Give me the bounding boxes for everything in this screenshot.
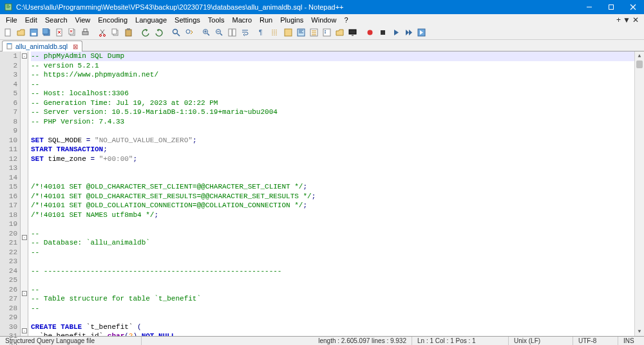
- menu-tools[interactable]: Tools: [205, 15, 228, 24]
- code-line[interactable]: /*!40101 SET @OLD_COLLATION_CONNECTION=@…: [31, 201, 634, 210]
- code-line[interactable]: CREATE TABLE `t_benefit` (: [31, 322, 634, 332]
- doc-list-icon[interactable]: [308, 27, 319, 38]
- fold-marker[interactable]: -: [22, 235, 27, 240]
- play-multi-icon[interactable]: [403, 27, 414, 38]
- zoom-out-icon[interactable]: [214, 27, 225, 38]
- close-all-icon[interactable]: [67, 27, 78, 38]
- code-line[interactable]: -- Database: `allu_animaldb`: [31, 238, 634, 248]
- monitor-icon[interactable]: [347, 27, 358, 38]
- menu-plugins[interactable]: Plugins: [277, 15, 307, 24]
- toolbar-down-icon[interactable]: ▼: [623, 15, 630, 24]
- scroll-thumb[interactable]: [636, 61, 643, 68]
- code-line[interactable]: -- -------------------------------------…: [31, 266, 634, 276]
- indent-guide-icon[interactable]: [270, 27, 281, 38]
- fold-marker[interactable]: -: [22, 53, 27, 59]
- replace-icon[interactable]: [184, 27, 194, 38]
- svg-rect-41: [7, 43, 12, 44]
- wrap-icon[interactable]: [240, 27, 251, 38]
- menu-view[interactable]: View: [72, 15, 94, 24]
- code-line[interactable]: [31, 257, 634, 266]
- vertical-scrollbar[interactable]: ▲ ▼: [634, 51, 644, 336]
- minimize-button[interactable]: [578, 0, 600, 14]
- save-macro-icon[interactable]: [416, 27, 427, 38]
- menu-file[interactable]: File: [3, 15, 21, 24]
- fold-margin[interactable]: ------: [21, 51, 28, 336]
- code-line[interactable]: --: [31, 80, 634, 89]
- code-line[interactable]: [31, 163, 634, 173]
- menu-search[interactable]: Search: [42, 15, 71, 24]
- toolbar-plus-icon[interactable]: +: [616, 15, 621, 24]
- svg-text:¶: ¶: [259, 29, 262, 36]
- code-line[interactable]: [31, 173, 634, 183]
- sync-scroll-icon[interactable]: [227, 27, 238, 38]
- lang-icon[interactable]: [283, 27, 294, 38]
- show-chars-icon[interactable]: ¶: [257, 27, 268, 38]
- code-line[interactable]: --: [31, 229, 634, 239]
- zoom-in-icon[interactable]: [201, 27, 212, 38]
- paste-icon[interactable]: [123, 27, 134, 38]
- code-line[interactable]: /*!40101 SET @OLD_CHARACTER_SET_RESULTS=…: [31, 192, 634, 201]
- undo-icon[interactable]: [140, 27, 151, 38]
- code-line[interactable]: -- Table structure for table `t_benefit`: [31, 294, 634, 304]
- maximize-button[interactable]: [600, 0, 622, 14]
- record-icon[interactable]: [365, 27, 375, 38]
- menu-window[interactable]: Window: [308, 15, 339, 24]
- toolbar-x-icon[interactable]: ✕: [632, 15, 639, 24]
- find-icon[interactable]: [171, 27, 182, 38]
- menu-encoding[interactable]: Encoding: [95, 15, 131, 24]
- menu-settings[interactable]: Settings: [171, 15, 204, 24]
- code-line[interactable]: -- version 5.2.1: [31, 61, 634, 71]
- menu-run[interactable]: Run: [256, 15, 276, 24]
- code-line[interactable]: /*!40101 SET NAMES utf8mb4 */;: [31, 210, 634, 220]
- code-line[interactable]: -- Generation Time: Jul 19, 2023 at 02:2…: [31, 98, 634, 108]
- menu-macro[interactable]: Macro: [229, 15, 255, 24]
- code-line[interactable]: `be_benefit_id` char(2) NOT NULL,: [31, 331, 634, 336]
- editor[interactable]: 1234567891011121314151617181920212223242…: [0, 51, 644, 336]
- cut-icon[interactable]: [97, 27, 108, 38]
- redo-icon[interactable]: [153, 27, 164, 38]
- save-all-icon[interactable]: [41, 27, 52, 38]
- code-line[interactable]: --: [31, 285, 634, 295]
- func-list-icon[interactable]: [321, 27, 332, 38]
- code-line[interactable]: /*!40101 SET @OLD_CHARACTER_SET_CLIENT=@…: [31, 182, 634, 192]
- code-line[interactable]: SET SQL_MODE = "NO_AUTO_VALUE_ON_ZERO";: [31, 136, 634, 145]
- code-line[interactable]: START TRANSACTION;: [31, 145, 634, 154]
- code-area[interactable]: -- phpMyAdmin SQL Dump-- version 5.2.1--…: [28, 51, 634, 336]
- code-line[interactable]: SET time_zone = "+00:00";: [31, 154, 634, 164]
- code-line[interactable]: -- Host: localhost:3306: [31, 89, 634, 98]
- doc-map-icon[interactable]: [296, 27, 307, 38]
- fold-marker[interactable]: -: [22, 291, 27, 296]
- code-line[interactable]: -- https://www.phpmyadmin.net/: [31, 70, 634, 80]
- code-line[interactable]: -- PHP Version: 7.4.33: [31, 117, 634, 127]
- play-icon[interactable]: [390, 27, 401, 38]
- status-eol[interactable]: Unix (LF): [509, 337, 573, 345]
- open-file-icon[interactable]: [15, 27, 26, 38]
- menu-edit[interactable]: Edit: [22, 15, 41, 24]
- status-encoding[interactable]: UTF-8: [573, 337, 618, 345]
- save-icon[interactable]: [28, 27, 39, 38]
- code-line[interactable]: [31, 219, 634, 229]
- status-insert-mode[interactable]: INS: [618, 337, 644, 345]
- stop-icon[interactable]: [377, 27, 388, 38]
- folder-icon[interactable]: [334, 27, 345, 38]
- tab-close-icon[interactable]: ⊠: [73, 43, 78, 50]
- menu-help[interactable]: ?: [341, 15, 351, 24]
- code-line[interactable]: [31, 126, 634, 136]
- tab-active[interactable]: allu_animaldb.sql ⊠: [2, 41, 82, 51]
- code-line[interactable]: [31, 313, 634, 322]
- print-icon[interactable]: [80, 27, 91, 38]
- menu-language[interactable]: Language: [132, 15, 170, 24]
- copy-icon[interactable]: [110, 27, 121, 38]
- scroll-down-icon[interactable]: ▼: [635, 327, 644, 336]
- code-line[interactable]: -- Server version: 10.5.19-MariaDB-1:10.…: [31, 107, 634, 117]
- svg-rect-2: [609, 5, 614, 10]
- code-line[interactable]: --: [31, 248, 634, 257]
- code-line[interactable]: [31, 275, 634, 285]
- code-line[interactable]: -- phpMyAdmin SQL Dump: [31, 51, 634, 61]
- close-file-icon[interactable]: [54, 27, 65, 38]
- fold-marker[interactable]: -: [22, 328, 27, 333]
- close-button[interactable]: [622, 0, 644, 14]
- code-line[interactable]: --: [31, 304, 634, 313]
- new-file-icon[interactable]: [3, 27, 14, 38]
- scroll-up-icon[interactable]: ▲: [635, 51, 644, 61]
